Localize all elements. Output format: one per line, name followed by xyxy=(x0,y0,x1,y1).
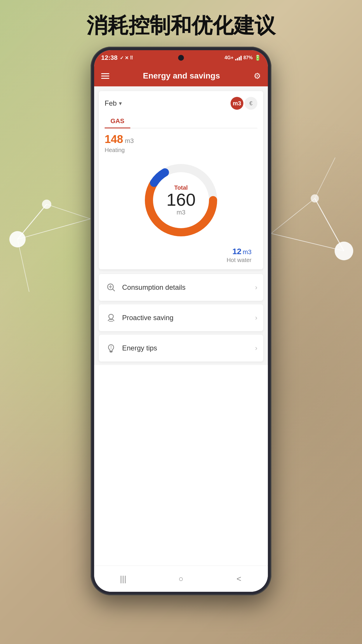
hot-water-label: Hot water xyxy=(226,257,252,263)
proactive-saving-arrow-icon: › xyxy=(255,314,257,322)
energy-tips-arrow-icon: › xyxy=(255,344,257,352)
unit-toggle: m3 € xyxy=(231,97,257,110)
phone-screen: 12:38 ✓ ✕ ⠿ 4G+ 87% 🔋 xyxy=(94,50,268,592)
phone-frame: 12:38 ✓ ✕ ⠿ 4G+ 87% 🔋 xyxy=(91,47,271,595)
hamburger-icon[interactable] xyxy=(101,73,109,79)
dots-icon: ⠿ xyxy=(130,55,133,61)
battery-label: 87% xyxy=(243,55,253,60)
hamburger-line-1 xyxy=(101,73,109,74)
camera-notch xyxy=(178,55,184,61)
signal-bar-3 xyxy=(239,57,240,60)
recent-apps-icon: ||| xyxy=(120,574,126,584)
status-time: 12:38 xyxy=(101,54,117,62)
page-title: 消耗控制和优化建议 xyxy=(0,12,362,40)
signal-bar-1 xyxy=(235,59,236,60)
back-icon: < xyxy=(236,574,241,584)
svg-rect-15 xyxy=(178,181,184,182)
heating-value: 148 xyxy=(105,133,123,146)
donut-total-unit: m3 xyxy=(166,209,196,216)
consumption-details-item[interactable]: Consumption details › xyxy=(99,274,263,301)
hot-water-value: 12 xyxy=(232,247,241,256)
dropdown-arrow-icon: ▾ xyxy=(119,100,122,107)
check-icon: ✓ xyxy=(120,55,124,61)
settings-icon[interactable]: ⚙ xyxy=(254,71,261,81)
consumption-details-arrow-icon: › xyxy=(255,283,257,292)
energy-tips-icon xyxy=(105,342,117,355)
svg-rect-14 xyxy=(182,177,184,181)
battery-icon: 🔋 xyxy=(254,55,261,61)
tab-gas-label: GAS xyxy=(110,117,124,125)
proactive-saving-icon xyxy=(105,311,117,324)
donut-chart-container: Total 160 m3 xyxy=(105,159,257,241)
heating-stats: 148 m3 Heating xyxy=(105,133,257,153)
status-icons: ✓ ✕ ⠿ xyxy=(120,55,133,61)
close-icon: ✕ xyxy=(125,55,129,61)
network-label: 4G+ xyxy=(224,55,233,60)
svg-rect-13 xyxy=(180,177,182,181)
app-title: Energy and savings xyxy=(143,71,220,81)
recent-apps-button[interactable]: ||| xyxy=(114,570,132,588)
heating-label: Heating xyxy=(105,147,257,153)
status-right: 4G+ 87% 🔋 xyxy=(224,55,261,61)
heating-unit: m3 xyxy=(125,137,134,145)
consumption-details-label: Consumption details xyxy=(122,283,250,292)
hamburger-line-2 xyxy=(101,76,109,76)
hamburger-line-3 xyxy=(101,78,109,79)
app-content: Feb ▾ m3 € GAS xyxy=(94,86,268,365)
app-header: Energy and savings ⚙ xyxy=(94,65,268,86)
hot-water-unit: m3 xyxy=(242,248,252,256)
status-left: 12:38 ✓ ✕ ⠿ xyxy=(101,54,133,62)
hot-water-stats: 12 m3 Hot water xyxy=(105,247,257,263)
energy-tips-label: Energy tips xyxy=(122,344,250,352)
back-button[interactable]: < xyxy=(230,570,248,588)
month-value: Feb xyxy=(105,99,117,107)
energy-tips-item[interactable]: Energy tips › xyxy=(99,335,263,362)
donut-center: Total 160 m3 xyxy=(166,184,196,216)
svg-line-20 xyxy=(113,289,115,291)
euro-unit-button[interactable]: € xyxy=(245,97,257,110)
donut-total-value: 160 xyxy=(166,191,196,209)
bottom-nav: ||| ○ < xyxy=(94,566,268,592)
main-card: Feb ▾ m3 € GAS xyxy=(99,91,263,269)
tab-gas[interactable]: GAS xyxy=(105,114,130,128)
proactive-saving-label: Proactive saving xyxy=(122,314,250,322)
signal-bar-4 xyxy=(240,56,242,60)
month-selector[interactable]: Feb ▾ xyxy=(105,99,122,107)
signal-bars xyxy=(235,55,242,60)
tab-bar: GAS xyxy=(105,114,257,128)
m3-unit-button[interactable]: m3 xyxy=(231,97,243,110)
proactive-saving-item[interactable]: Proactive saving › xyxy=(99,304,263,331)
signal-bar-2 xyxy=(237,58,238,60)
hot-water-stats-row: 12 m3 xyxy=(232,247,252,256)
home-icon: ○ xyxy=(179,574,184,584)
m3-label: m3 xyxy=(233,100,241,107)
consumption-details-icon xyxy=(105,281,117,294)
heating-stats-row: 148 m3 xyxy=(105,133,257,146)
home-button[interactable]: ○ xyxy=(172,570,190,588)
month-row: Feb ▾ m3 € xyxy=(105,97,257,110)
svg-rect-12 xyxy=(178,177,180,181)
euro-label: € xyxy=(249,100,252,107)
